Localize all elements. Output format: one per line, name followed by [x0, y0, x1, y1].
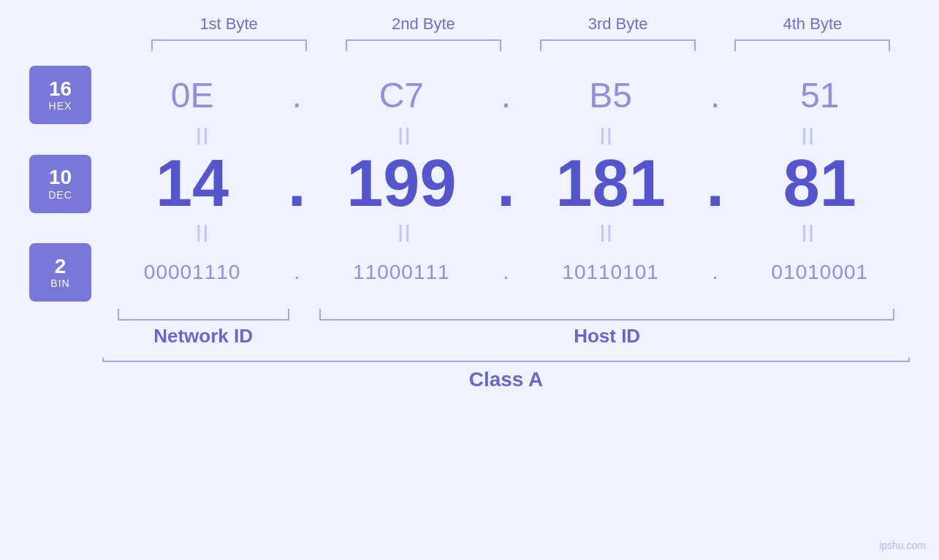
label-row: Network ID Host ID [102, 325, 910, 348]
dec-b1: 14 [102, 146, 282, 221]
class-label: Class A [102, 368, 910, 391]
network-bracket-wrap [102, 309, 304, 321]
host-bracket [319, 309, 894, 321]
eq-cell-3a: || [506, 125, 708, 145]
bin-dot-2: . [492, 261, 521, 284]
watermark: ipshu.com [879, 540, 926, 551]
byte-header-4: 4th Byte [715, 15, 910, 34]
bin-b2: 11000111 [311, 261, 491, 284]
bin-b3: 10110101 [521, 261, 701, 284]
dec-dot-2: . [492, 146, 521, 221]
hex-base-label: HEX [49, 100, 72, 112]
dec-b3: 181 [521, 146, 701, 221]
bin-values: 00001110 . 11000111 . 10110101 . 0101000… [102, 261, 910, 284]
dec-values: 14 . 199 . 181 . 81 [102, 146, 910, 221]
bin-b4: 01010001 [730, 261, 910, 284]
dec-badge: 10 DEC [29, 155, 91, 213]
byte-header-1: 1st Byte [132, 15, 326, 34]
dec-dot-1: . [282, 146, 311, 221]
bracket-cell-3 [521, 39, 715, 51]
bracket-cell-4 [715, 39, 910, 51]
bin-badge: 2 BIN [29, 243, 91, 302]
bracket-top-2 [346, 39, 501, 51]
host-id-label: Host ID [304, 325, 910, 348]
class-section: Class A [29, 358, 910, 391]
equals-row-1: || || || || [29, 124, 910, 146]
hex-b4: 51 [730, 75, 910, 115]
dec-b4: 81 [730, 146, 910, 221]
hex-base-number: 16 [49, 78, 72, 101]
byte-header-2: 2nd Byte [326, 15, 520, 34]
bracket-cell-1 [132, 39, 326, 51]
eq-cell-2b: || [304, 222, 506, 242]
byte-header-3: 3rd Byte [521, 15, 715, 34]
top-brackets-row [29, 39, 910, 51]
hex-dot-1: . [282, 75, 311, 115]
eq-cell-3b: || [506, 222, 708, 242]
eq-cell-1b: || [102, 222, 304, 242]
eq-cell-4a: || [708, 125, 910, 145]
hex-badge: 16 HEX [29, 66, 91, 124]
class-bracket [102, 358, 910, 362]
hex-row: 16 HEX 0E . C7 . B5 . 51 [29, 66, 910, 124]
hex-b1: 0E [102, 75, 282, 115]
bracket-cell-2 [326, 39, 520, 51]
main-container: 1st Byte 2nd Byte 3rd Byte 4th Byte 16 H… [0, 0, 939, 560]
bin-row: 2 BIN 00001110 . 11000111 . 10110101 . [29, 243, 910, 302]
hex-b2: C7 [311, 75, 491, 115]
bottom-brackets [102, 309, 910, 321]
eq-cell-2a: || [304, 125, 506, 145]
eq-cell-4b: || [708, 222, 910, 242]
byte-headers-row: 1st Byte 2nd Byte 3rd Byte 4th Byte [29, 15, 910, 34]
bracket-top-1 [151, 39, 307, 51]
hex-dot-3: . [701, 75, 730, 115]
bin-b1: 00001110 [102, 261, 282, 284]
bracket-top-3 [540, 39, 696, 51]
hex-values: 0E . C7 . B5 . 51 [102, 75, 910, 115]
bin-base-label: BIN [50, 277, 69, 289]
eq-cell-1a: || [102, 125, 304, 145]
dec-base-label: DEC [48, 189, 72, 201]
dec-base-number: 10 [49, 166, 72, 189]
hex-dot-2: . [492, 75, 521, 115]
hex-b3: B5 [521, 75, 701, 115]
dec-dot-3: . [701, 146, 730, 221]
equals-row-2: || || || || [29, 221, 910, 243]
network-id-label: Network ID [102, 325, 304, 348]
host-bracket-wrap [304, 309, 910, 321]
network-bracket [118, 309, 289, 321]
bin-dot-1: . [282, 261, 311, 284]
bracket-top-4 [734, 39, 890, 51]
dec-b2: 199 [311, 146, 491, 221]
dec-row: 10 DEC 14 . 199 . 181 . 81 [29, 146, 910, 221]
bottom-section: Network ID Host ID [29, 309, 910, 348]
bin-dot-3: . [701, 261, 730, 284]
bin-base-number: 2 [55, 256, 66, 278]
